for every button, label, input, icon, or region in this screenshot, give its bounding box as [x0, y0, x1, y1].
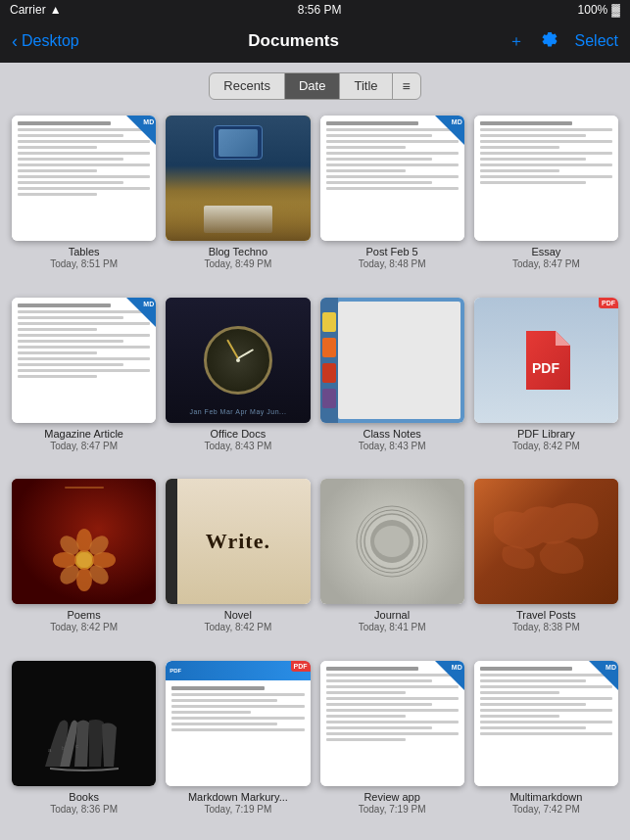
list-item[interactable]: MD Review app Today, 7:19 PM: [320, 661, 464, 829]
doc-thumbnail: MD: [12, 298, 156, 423]
back-chevron-icon: ‹: [12, 31, 18, 52]
world-map-icon: [474, 479, 609, 604]
doc-date: Today, 7:42 PM: [512, 804, 580, 815]
flower-icon: [50, 526, 119, 594]
status-bar: Carrier ▲ 8:56 PM 100% ▓: [0, 0, 630, 20]
list-item[interactable]: Travel Posts Today, 8:38 PM: [474, 479, 618, 647]
doc-date: Today, 8:47 PM: [50, 441, 118, 451]
books-icon: a b c: [40, 713, 128, 776]
list-item[interactable]: Journal Today, 8:41 PM: [320, 479, 464, 647]
pdf-badge: PDF: [291, 661, 311, 672]
doc-thumbnail: [474, 479, 618, 604]
md-badge: MD: [587, 661, 618, 692]
nav-bar: ‹ Desktop Documents ＋ Select: [0, 20, 630, 63]
doc-name: Class Notes: [363, 427, 420, 441]
doc-date: Today, 8:49 PM: [205, 258, 272, 269]
list-item[interactable]: Jan Feb Mar Apr May Jun... Office Docs T…: [166, 298, 310, 466]
doc-date: Today, 8:36 PM: [50, 804, 118, 815]
doc-name: Blog Techno: [209, 245, 267, 258]
doc-date: Today, 8:42 PM: [50, 622, 118, 632]
list-item[interactable]: Write. Novel Today, 8:42 PM: [166, 479, 310, 647]
pdf-icon: PDF: [516, 326, 575, 395]
doc-name: Multimarkdown: [509, 790, 582, 804]
doc-thumbnail: MD: [320, 116, 464, 241]
md-badge: MD: [433, 116, 464, 147]
time-label: 8:56 PM: [298, 3, 342, 17]
doc-date: Today, 8:42 PM: [512, 441, 580, 451]
svg-text:c: c: [75, 743, 78, 749]
doc-name: Poems: [68, 608, 101, 622]
doc-date: Today, 8:42 PM: [205, 622, 272, 632]
doc-thumbnail: [474, 116, 618, 241]
doc-name: Post Feb 5: [366, 245, 418, 258]
list-item[interactable]: MD Multimarkdown Today, 7:42 PM: [474, 661, 618, 829]
seg-title[interactable]: Title: [340, 73, 392, 99]
battery-icon: ▓: [611, 3, 620, 17]
wifi-icon: ▲: [50, 3, 62, 17]
doc-name: Essay: [531, 245, 560, 258]
list-item[interactable]: Class Notes Today, 8:43 PM: [320, 298, 464, 466]
doc-date: Today, 7:19 PM: [205, 804, 272, 815]
doc-name: Journal: [374, 608, 410, 622]
doc-date: Today, 8:43 PM: [205, 441, 272, 451]
list-item[interactable]: PDF PDF PDF Library Today, 8:42 PM: [474, 298, 618, 466]
doc-name: Tables: [69, 245, 100, 258]
status-left: Carrier ▲: [10, 3, 62, 17]
list-item[interactable]: Essay Today, 8:47 PM: [474, 116, 618, 284]
svg-point-12: [374, 526, 410, 557]
document-grid: MD Tables Today, 8:51 PM Blog Techno Tod…: [0, 108, 630, 840]
doc-date: Today, 8:47 PM: [512, 258, 580, 269]
doc-name: Markdown Markury...: [188, 790, 288, 804]
stone-icon: [353, 502, 431, 581]
add-button[interactable]: ＋: [509, 31, 524, 52]
status-right: 100% ▓: [578, 3, 620, 17]
doc-name: Review app: [363, 790, 419, 804]
doc-thumbnail: [12, 479, 156, 604]
list-item[interactable]: MD Post Feb 5 Today, 8:48 PM: [320, 116, 464, 284]
doc-date: Today, 8:41 PM: [359, 622, 426, 632]
list-item[interactable]: a b c Books Today, 8:36 PM: [12, 661, 156, 829]
doc-thumbnail: Jan Feb Mar Apr May Jun...: [166, 298, 310, 423]
md-badge: MD: [124, 116, 156, 147]
doc-name: Magazine Article: [44, 427, 123, 441]
doc-name: Office Docs: [211, 427, 267, 441]
doc-date: Today, 8:48 PM: [359, 258, 426, 269]
back-label: Desktop: [22, 32, 79, 50]
segmented-control-container: Recents Date Title ≡: [0, 63, 630, 108]
pdf-badge: PDF: [599, 298, 618, 308]
list-item[interactable]: PDF PDF Markdown Markury... Today, 7:19 …: [166, 661, 310, 829]
seg-recents[interactable]: Recents: [210, 73, 285, 99]
battery-label: 100%: [578, 3, 608, 17]
doc-thumbnail: [320, 298, 464, 423]
doc-name: Novel: [224, 608, 252, 622]
back-button[interactable]: ‹ Desktop: [12, 31, 79, 52]
list-item[interactable]: Poems Today, 8:42 PM: [12, 479, 156, 647]
doc-thumbnail: PDF PDF: [474, 298, 618, 423]
doc-thumbnail: a b c: [12, 661, 156, 786]
list-item[interactable]: MD Magazine Article Today, 8:47 PM: [12, 298, 156, 466]
list-item[interactable]: Blog Techno Today, 8:49 PM: [166, 116, 310, 284]
doc-thumbnail: MD: [12, 116, 156, 241]
list-view-button[interactable]: ≡: [393, 73, 420, 99]
md-badge: MD: [124, 298, 156, 329]
doc-date: Today, 8:38 PM: [512, 622, 580, 632]
svg-point-10: [76, 552, 92, 568]
segmented-control: Recents Date Title ≡: [209, 72, 420, 100]
svg-text:b: b: [62, 745, 65, 751]
seg-date[interactable]: Date: [285, 73, 340, 99]
doc-date: Today, 7:19 PM: [359, 804, 426, 815]
select-button[interactable]: Select: [575, 32, 618, 50]
doc-date: Today, 8:43 PM: [359, 441, 426, 451]
doc-date: Today, 8:51 PM: [50, 258, 118, 269]
doc-thumbnail: MD: [320, 661, 464, 786]
settings-icon[interactable]: [540, 31, 559, 51]
doc-thumbnail: [166, 116, 310, 241]
list-item[interactable]: MD Tables Today, 8:51 PM: [12, 116, 156, 284]
doc-name: PDF Library: [517, 427, 575, 441]
doc-thumbnail: PDF PDF: [166, 661, 310, 786]
nav-title: Documents: [248, 31, 339, 51]
doc-name: Books: [69, 790, 99, 804]
svg-text:PDF: PDF: [532, 360, 559, 376]
doc-thumbnail: [320, 479, 464, 604]
carrier-label: Carrier: [10, 3, 46, 17]
